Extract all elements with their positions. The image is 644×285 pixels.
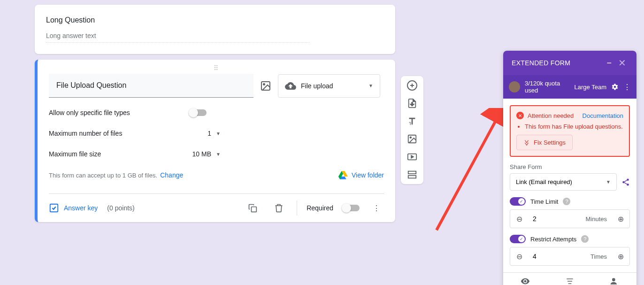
time-limit-unit: Minutes [585,216,612,223]
panel-footer: Preview Responses Invite [503,272,636,285]
tab-preview[interactable]: Preview [503,273,548,285]
svg-point-1 [263,84,265,85]
drive-icon [338,171,348,179]
image-icon[interactable] [406,133,418,145]
chevron-down-icon[interactable]: ▼ [216,131,221,136]
restrict-attempts-value[interactable]: 4 [528,253,590,260]
max-files-row: Maximum number of files 1 ▼ [49,130,384,137]
question-title: Long Question [46,16,384,24]
delete-icon[interactable] [270,200,287,216]
import-icon[interactable] [406,98,418,109]
avatar[interactable] [509,81,520,92]
max-size-row: Maximum file size 10 MB ▼ [49,150,384,158]
chevron-down-icon: ▼ [368,83,373,88]
points-label: (0 points) [107,204,134,212]
time-limit-value[interactable]: 2 [528,215,585,223]
time-limit-toggle[interactable] [510,197,526,206]
allow-file-types-row: Allow only specific file types [49,109,384,116]
restrict-attempts-section: Restrict Attempts ? ⊖ 4 Times ⊕ [510,235,630,266]
add-image-icon[interactable] [260,80,271,92]
question-toolbar [401,76,423,184]
help-icon[interactable]: ? [581,235,589,243]
drag-handle-icon[interactable]: ⠿ [49,66,384,70]
annotation-arrow [432,108,512,235]
increment-button[interactable]: ⊕ [612,247,629,265]
title-icon[interactable] [406,116,418,127]
max-files-label: Maximum number of files [49,130,190,137]
help-icon[interactable]: ? [563,198,570,205]
time-limit-stepper: ⊖ 2 Minutes ⊕ [510,209,630,228]
copy-icon[interactable] [244,200,261,216]
answer-key-button[interactable]: Answer key [49,203,98,213]
tab-invite[interactable]: Invite [592,273,636,285]
view-folder-link[interactable]: View folder [338,171,384,179]
max-files-value[interactable]: 1 [190,130,211,137]
decrement-button[interactable]: ⊖ [510,210,528,228]
allow-file-types-toggle[interactable] [190,109,207,116]
quota-text: 3/120k quota used [525,80,570,94]
time-limit-section: Time Limit ? ⊖ 2 Minutes ⊕ [510,197,630,228]
increment-button[interactable]: ⊕ [612,210,629,228]
alert-item: This form has File upload questions. [525,123,623,130]
svg-point-14 [612,278,615,281]
panel-header: EXTENDED FORM − ✕ [503,51,636,75]
long-answer-placeholder: Long answer text [46,32,310,43]
svg-rect-8 [408,171,416,174]
svg-rect-9 [408,176,416,178]
question-type-select[interactable]: File upload ▼ [278,74,380,98]
long-question-card[interactable]: Long Question Long answer text [35,5,395,54]
list-icon [565,277,575,285]
fix-icon [523,139,530,146]
change-limit-link[interactable]: Change [160,171,183,179]
question-header-row: File upload ▼ [49,74,384,98]
tab-responses[interactable]: Responses [548,273,592,285]
more-icon[interactable]: ⋮ [623,83,631,92]
panel-title: EXTENDED FORM [512,59,602,67]
alert-title: Attention needed [528,112,583,119]
panel-body: ✕ Attention needed Documentation This fo… [503,99,636,272]
svg-line-10 [437,117,498,230]
required-toggle[interactable] [343,205,360,211]
svg-point-13 [627,184,629,186]
close-icon[interactable]: ✕ [616,57,628,69]
share-icon[interactable] [621,178,630,186]
cloud-upload-icon [285,80,296,92]
question-title-input[interactable] [49,74,253,98]
extended-form-panel: EXTENDED FORM − ✕ 3/120k quota used Larg… [503,51,636,285]
gear-icon[interactable] [611,83,619,91]
fix-settings-button[interactable]: Fix Settings [516,135,573,150]
storage-limit-text: This form can accept up to 1 GB of files… [49,172,157,179]
svg-point-6 [410,137,411,138]
attention-alert: ✕ Attention needed Documentation This fo… [510,105,630,157]
documentation-link[interactable]: Documentation [583,112,623,119]
fix-settings-label: Fix Settings [534,139,566,146]
restrict-attempts-stepper: ⊖ 4 Times ⊕ [510,247,630,266]
view-folder-label: View folder [352,171,384,179]
required-label: Required [307,204,333,212]
video-icon[interactable] [406,151,418,162]
max-size-label: Maximum file size [49,150,190,158]
chevron-down-icon: ▼ [606,179,611,185]
decrement-button[interactable]: ⊖ [510,247,528,265]
minimize-icon[interactable]: − [602,58,616,68]
share-mode-select[interactable]: Link (Email required) ▼ [510,173,617,191]
chevron-down-icon[interactable]: ▼ [216,152,221,157]
divider [297,200,297,216]
section-icon[interactable] [406,169,418,180]
svg-point-11 [627,178,629,181]
more-icon[interactable]: ⋮ [369,200,384,216]
allow-file-types-label: Allow only specific file types [49,109,190,116]
alert-item-list: This form has File upload questions. [525,123,623,130]
restrict-attempts-toggle[interactable] [510,235,526,243]
panel-subheader: 3/120k quota used Large Team ⋮ [503,75,636,99]
max-size-value[interactable]: 10 MB [190,150,211,158]
invite-icon [610,277,619,285]
team-label: Large Team [575,84,606,91]
svg-point-12 [622,181,625,183]
share-section: Share Form Link (Email required) ▼ [510,163,630,191]
share-mode-value: Link (Email required) [516,178,572,185]
question-type-label: File upload [301,82,364,90]
error-icon: ✕ [516,112,524,119]
file-upload-question-card: ⠿ File upload ▼ Allow only specific file… [35,60,395,222]
add-question-icon[interactable] [406,80,418,91]
